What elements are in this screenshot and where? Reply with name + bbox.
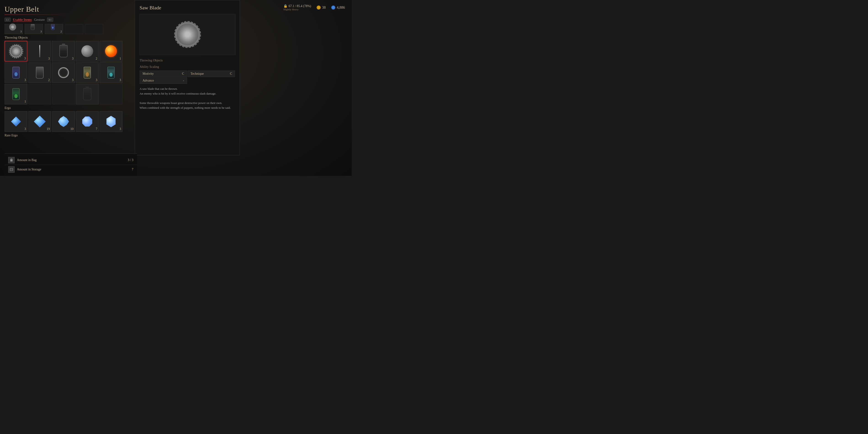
green-flask-count: 1 xyxy=(25,100,26,103)
svg-rect-1 xyxy=(10,168,13,170)
tab-usable-items[interactable]: Usable Items xyxy=(13,18,32,22)
storage-amount-value: 7 xyxy=(132,168,133,171)
quick-slot-5[interactable] xyxy=(85,24,103,34)
bottom-info-bar: Amount in Bag 3 / 3 Amount in Storage 7 xyxy=(5,154,137,176)
weight-status: Slightly Heavy xyxy=(283,8,299,11)
category-throwing: Throwing Objects xyxy=(5,36,137,39)
ergo-chunk-count: 7 xyxy=(96,127,97,131)
quick-slot-4[interactable] xyxy=(65,24,83,34)
gold-display: 38 xyxy=(317,5,326,9)
weight-value: 67.1 / 85.4 (78%) xyxy=(289,4,311,8)
hud-top-bar: 🔒 67.1 / 85.4 (78%) Slightly Heavy 38 4,… xyxy=(283,4,345,11)
item-iron-ball[interactable]: 2 xyxy=(76,41,99,61)
blue-flask-count: 3 xyxy=(25,79,26,82)
ergo-small-count: 3 xyxy=(25,127,26,131)
item-partial[interactable] xyxy=(76,84,99,104)
iron-ball-count: 2 xyxy=(96,57,97,61)
cyan-flask-count: 3 xyxy=(120,79,121,82)
bag-amount-value: 3 / 3 xyxy=(128,158,133,162)
item-blue-flask[interactable]: 3 xyxy=(5,62,27,83)
motivity-value: C xyxy=(182,72,184,75)
storage-amount-row: Amount in Storage 7 xyxy=(5,165,137,174)
scaling-grid: Motivity C Technique C Advance - xyxy=(140,70,235,84)
throwing-grid-row3: 1 xyxy=(5,84,137,104)
ergo-medium-count: 19 xyxy=(46,127,50,131)
scaling-motivity: Motivity C xyxy=(140,70,187,77)
item-ergo-crystal[interactable]: 3 xyxy=(100,111,122,132)
left-panel: Upper Belt L1 Usable Items Gesture R1 3 … xyxy=(5,0,137,176)
ergo-currency-value: 4,886 xyxy=(337,5,345,9)
item-green-flask[interactable]: 1 xyxy=(5,84,27,104)
item-ergo-medium[interactable]: 19 xyxy=(28,111,51,132)
ergo-display: 4,886 xyxy=(331,5,345,9)
dark-flask-count: 3 xyxy=(72,57,73,61)
quick-slot-3-count: 2 xyxy=(60,29,63,34)
desc-line-1: A saw blade that can be thrown. xyxy=(140,87,178,90)
detail-item-category: Throwing Objects xyxy=(140,59,235,62)
desc-line-4: When combined with the strength of puppe… xyxy=(140,106,231,110)
svg-rect-0 xyxy=(10,159,12,161)
throwing-grid-row1: 3 3 3 2 1 xyxy=(5,41,137,61)
desc-line-3: Some throwable weapons boast great destr… xyxy=(140,101,222,104)
ergo-large-count: 10 xyxy=(70,127,73,131)
storage-icon xyxy=(8,166,14,173)
item-needle[interactable]: 3 xyxy=(28,41,51,61)
desc-line-2: An enemy who is hit by it will receive c… xyxy=(140,92,216,95)
quick-slot-1[interactable]: 3 xyxy=(5,24,23,34)
fire-orb-count: 1 xyxy=(120,57,121,61)
advance-label: Advance xyxy=(143,79,154,83)
quick-slot-2[interactable]: 3 xyxy=(25,24,43,34)
advance-value: - xyxy=(183,79,184,83)
tab-l1-trigger: L1 xyxy=(5,18,10,22)
item-description: A saw blade that can be thrown. An enemy… xyxy=(140,87,235,110)
item-empty-3[interactable] xyxy=(100,84,122,104)
storage-amount-label: Amount in Storage xyxy=(17,168,132,171)
ergo-grid: 3 19 10 7 3 xyxy=(5,111,137,132)
amber-flask-count: 3 xyxy=(96,79,97,82)
item-empty-2[interactable] xyxy=(52,84,75,104)
item-ring[interactable]: 3 xyxy=(52,62,75,83)
metal-flask-count: 2 xyxy=(48,79,50,82)
category-ergo: Ergo xyxy=(5,106,137,110)
title-underline xyxy=(5,14,68,15)
detail-item-name: Saw Blade xyxy=(140,5,235,11)
quick-slot-row: 3 3 2 xyxy=(5,24,137,34)
ergo-currency-icon xyxy=(331,5,335,9)
item-fire-orb[interactable]: 1 xyxy=(100,41,122,61)
detail-saw-blade-icon xyxy=(175,22,200,47)
item-ergo-large[interactable]: 10 xyxy=(52,111,75,132)
gold-value: 38 xyxy=(322,5,326,9)
ergo-crystal-count: 3 xyxy=(120,127,121,131)
quick-slot-3[interactable]: 2 xyxy=(45,24,63,34)
item-metal-flask[interactable]: 2 xyxy=(28,62,51,83)
item-dark-flask[interactable]: 3 xyxy=(52,41,75,61)
bag-amount-row: Amount in Bag 3 / 3 xyxy=(5,156,137,165)
tab-r1-trigger: R1 xyxy=(47,18,53,22)
ring-count: 3 xyxy=(72,79,73,82)
item-ergo-small[interactable]: 3 xyxy=(5,111,27,132)
needle-count: 3 xyxy=(48,57,50,61)
bag-icon xyxy=(8,157,14,163)
item-cyan-flask[interactable]: 3 xyxy=(100,62,122,83)
throwing-grid-row2: 3 2 3 3 3 xyxy=(5,62,137,83)
item-detail-panel: Saw Blade Throwing Objects Ability Scali… xyxy=(135,0,240,155)
scaling-technique: Technique C xyxy=(188,70,235,77)
technique-value: C xyxy=(230,72,232,75)
item-empty-1[interactable] xyxy=(28,84,51,104)
quick-slot-1-count: 3 xyxy=(20,29,23,34)
gold-icon xyxy=(317,5,321,9)
item-amber-flask[interactable]: 3 xyxy=(76,62,99,83)
tab-gesture[interactable]: Gesture xyxy=(34,18,45,22)
bag-amount-label: Amount in Bag xyxy=(17,158,128,162)
motivity-label: Motivity xyxy=(143,72,154,75)
technique-label: Technique xyxy=(190,72,204,75)
tab-bar: L1 Usable Items Gesture R1 xyxy=(5,18,137,22)
saw-blade-count: 3 xyxy=(24,57,26,60)
detail-item-image xyxy=(140,14,236,55)
quick-slot-2-count: 3 xyxy=(39,29,43,34)
item-ergo-chunk[interactable]: 7 xyxy=(76,111,99,132)
category-rare-ergo: Rare Ergo xyxy=(5,134,137,137)
page-title: Upper Belt xyxy=(5,5,137,13)
scaling-advance: Advance - xyxy=(140,78,187,84)
item-saw-blade[interactable]: 3 xyxy=(5,41,27,61)
